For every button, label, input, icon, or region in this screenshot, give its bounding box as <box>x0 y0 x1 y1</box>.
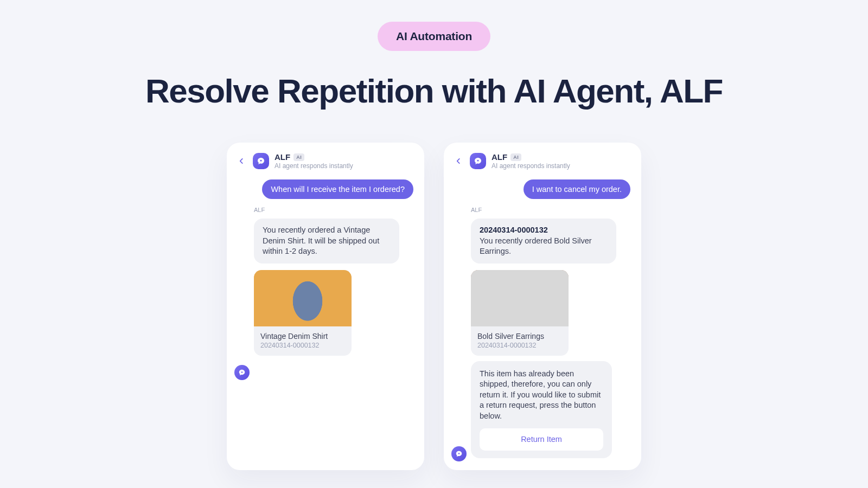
chat-body: When will I receive the item I ordered? … <box>235 179 416 356</box>
sender-label: ALF <box>471 207 482 213</box>
agent-subtitle: AI agent responds instantly <box>492 162 570 170</box>
product-name: Vintage Denim Shirt <box>260 332 345 341</box>
svg-point-1 <box>241 371 243 373</box>
chat-card-right: ALF AI AI agent responds instantly I wan… <box>444 143 641 470</box>
chat-bubble-icon <box>455 450 463 458</box>
agent-avatar <box>253 153 269 169</box>
agent-subtitle: AI agent responds instantly <box>275 162 353 170</box>
chat-card-left: ALF AI AI agent responds instantly When … <box>227 143 424 470</box>
order-number: 20240314-0000132 <box>260 342 345 349</box>
chat-bubble-icon <box>238 369 246 376</box>
agent-avatar <box>470 153 486 169</box>
page-title: Resolve Repetition with AI Agent, ALF <box>145 72 723 110</box>
agent-name: ALF <box>275 152 290 162</box>
product-image <box>254 270 352 326</box>
chat-header: ALF AI AI agent responds instantly <box>452 152 633 170</box>
ai-badge: AI <box>510 153 521 161</box>
product-card[interactable]: Bold Silver Earrings 20240314-0000132 <box>471 270 569 356</box>
product-card[interactable]: Vintage Denim Shirt 20240314-0000132 <box>254 270 352 356</box>
chat-cards-row: ALF AI AI agent responds instantly When … <box>227 143 641 470</box>
product-image <box>471 270 569 326</box>
bot-message: 20240314-0000132 You recently ordered Bo… <box>471 219 616 264</box>
order-number: 20240314-0000132 <box>477 342 562 349</box>
chat-body: I want to cancel my order. ALF 20240314-… <box>452 179 633 458</box>
agent-name: ALF <box>492 152 507 162</box>
chevron-left-icon <box>455 157 462 165</box>
product-name: Bold Silver Earrings <box>477 332 562 341</box>
chat-header: ALF AI AI agent responds instantly <box>235 152 416 170</box>
back-button[interactable] <box>235 155 247 167</box>
chat-bubble-icon <box>257 157 265 165</box>
agent-mini-avatar <box>451 446 467 461</box>
svg-point-3 <box>458 453 460 454</box>
svg-point-2 <box>477 160 479 162</box>
user-message: When will I receive the item I ordered? <box>262 179 413 199</box>
ai-badge: AI <box>293 153 304 161</box>
bot-reply-text: This item has already been shipped, ther… <box>480 369 601 420</box>
return-item-button[interactable]: Return Item <box>480 428 603 451</box>
back-button[interactable] <box>452 155 464 167</box>
chat-bubble-icon <box>474 157 482 165</box>
agent-mini-avatar <box>234 365 250 380</box>
bot-message: You recently ordered a Vintage Denim Shi… <box>254 219 399 264</box>
order-number-bold: 20240314-0000132 <box>480 225 608 236</box>
svg-point-0 <box>260 160 262 162</box>
bot-reply-text: You recently ordered Bold Silver Earring… <box>480 236 592 256</box>
sender-label: ALF <box>254 207 265 213</box>
user-message: I want to cancel my order. <box>524 179 630 199</box>
chevron-left-icon <box>238 157 245 165</box>
bot-message: This item has already been shipped, ther… <box>471 361 612 458</box>
category-pill: AI Automation <box>378 22 490 51</box>
